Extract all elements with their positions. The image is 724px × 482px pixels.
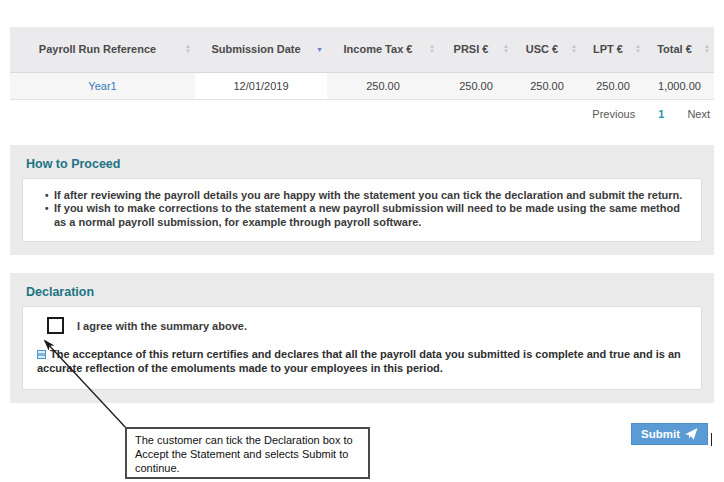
- submit-label: Submit: [641, 428, 680, 440]
- sort-desc-icon[interactable]: ▼: [316, 47, 323, 52]
- declaration-title: Declaration: [22, 282, 702, 299]
- sort-icon[interactable]: ▲▼: [503, 44, 509, 54]
- how-to-proceed-bullet: If you wish to make corrections to the s…: [45, 202, 685, 229]
- how-to-proceed-bullet: If after reviewing the payroll details y…: [45, 189, 685, 203]
- pagination-page-1[interactable]: 1: [658, 108, 664, 120]
- col-header-payroll-run-reference[interactable]: Payroll Run Reference ▲▼: [10, 27, 195, 72]
- how-to-proceed-title: How to Proceed: [22, 154, 702, 171]
- col-header-income-tax[interactable]: Income Tax € ▲▼: [327, 27, 439, 72]
- sort-icon[interactable]: ▲▼: [571, 44, 577, 54]
- submit-button[interactable]: Submit: [631, 423, 708, 445]
- sort-icon[interactable]: ▲▼: [704, 44, 710, 54]
- col-label: Income Tax €: [344, 43, 413, 55]
- payroll-run-link[interactable]: Year1: [88, 80, 116, 92]
- table-header-row: Payroll Run Reference ▲▼ Submission Date…: [10, 27, 714, 72]
- payroll-summary-table: Payroll Run Reference ▲▼ Submission Date…: [10, 27, 714, 100]
- how-to-proceed-section: How to Proceed If after reviewing the pa…: [10, 145, 714, 256]
- send-icon: [685, 428, 698, 440]
- col-header-usc[interactable]: USC € ▲▼: [513, 27, 581, 72]
- pagination-previous[interactable]: Previous: [592, 108, 635, 120]
- col-label: USC €: [526, 43, 558, 55]
- col-header-total[interactable]: Total € ▲▼: [645, 27, 714, 72]
- cell-prsi: 250.00: [439, 72, 513, 99]
- col-label: Total €: [657, 43, 692, 55]
- pagination: Previous 1 Next: [0, 108, 710, 120]
- callout-note: The customer can tick the Declaration bo…: [125, 427, 370, 479]
- col-header-prsi[interactable]: PRSI € ▲▼: [439, 27, 513, 72]
- col-label: PRSI €: [454, 43, 489, 55]
- sort-icon[interactable]: ▲▼: [429, 44, 435, 54]
- sort-icon[interactable]: ▲▼: [185, 44, 191, 54]
- col-label: LPT €: [593, 43, 623, 55]
- how-to-proceed-box: If after reviewing the payroll details y…: [22, 178, 702, 243]
- col-label: Submission Date: [211, 43, 300, 55]
- text-cursor-artifact: [711, 433, 712, 446]
- callout-arrow: [30, 330, 140, 435]
- cell-income-tax: 250.00: [327, 72, 439, 99]
- cell-usc: 250.00: [513, 72, 581, 99]
- cell-total: 1,000.00: [645, 72, 714, 99]
- cell-lpt: 250.00: [581, 72, 645, 99]
- sort-icon[interactable]: ▲▼: [635, 44, 641, 54]
- cell-submission-date: 12/01/2019: [195, 72, 327, 99]
- col-label: Payroll Run Reference: [39, 43, 156, 55]
- col-header-submission-date[interactable]: Submission Date ▼: [195, 27, 327, 72]
- table-row: Year1 12/01/2019 250.00 250.00 250.00 25…: [10, 72, 714, 99]
- cell-payroll-run-reference: Year1: [10, 72, 195, 99]
- col-header-lpt[interactable]: LPT € ▲▼: [581, 27, 645, 72]
- pagination-next[interactable]: Next: [687, 108, 710, 120]
